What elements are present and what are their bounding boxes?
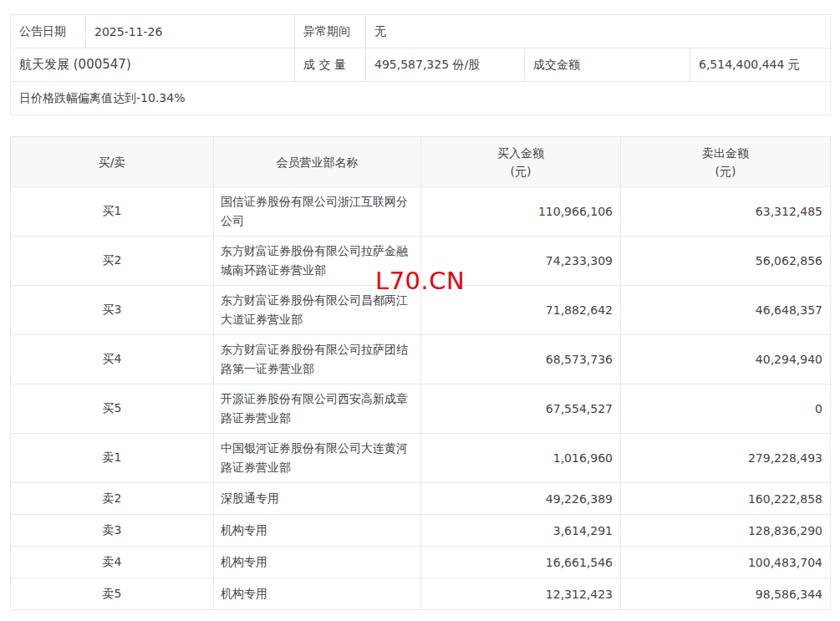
header-branch: 会员营业部名称 [214,137,421,187]
buy-amount-cell: 67,554,527 [421,384,621,434]
turnover-label: 成交金额 [525,48,690,82]
table-row-buy2: 买2 东方财富证券股份有限公司拉萨金融城南环路证券营业部 74,233,309 … [11,237,831,286]
sell-amount-cell: 279,228,493 [621,434,831,483]
branch-cell: 东方财富证券股份有限公司昌都两江大道证券营业部 [214,286,421,335]
sell-amount-cell: 160,222,858 [621,483,831,515]
table-row-sell4: 卖4 机构专用 16,661,546 100,483,704 [11,547,831,578]
rank-cell: 卖1 [11,434,214,483]
sell-amount-cell: 56,062,856 [621,237,831,286]
rank-cell: 买5 [11,384,214,434]
buy-amount-cell: 1,016,960 [421,434,621,483]
stock-title: 航天发展 (000547) [11,48,295,82]
branch-cell: 机构专用 [214,547,421,578]
rank-cell: 买3 [11,286,214,335]
branch-cell: 东方财富证券股份有限公司拉萨团结路第一证券营业部 [214,335,421,384]
stock-summary-table: 公告日期 2025-11-26 异常期间 无 航天发展 (000547) 成 交… [10,14,831,115]
table-row-buy1: 买1 国信证券股份有限公司浙江互联网分公司 110,966,106 63,312… [11,187,831,237]
branch-cell: 国信证券股份有限公司浙江互联网分公司 [214,187,421,237]
branch-cell: 深股通专用 [214,483,421,515]
table-row-buy4: 买4 东方财富证券股份有限公司拉萨团结路第一证券营业部 68,573,736 4… [11,335,831,384]
summary-row-2: 航天发展 (000547) 成 交 量 495,587,325 份/股 成交金额… [11,48,831,82]
sell-amount-cell: 128,836,290 [621,515,831,547]
rank-cell: 卖3 [11,515,214,547]
deviation-note: 日价格跌幅偏离值达到-10.34% [11,82,831,115]
buy-amount-cell: 110,966,106 [421,187,621,237]
volume-label: 成 交 量 [295,48,366,82]
turnover-value: 6,514,400,444 元 [690,48,831,82]
header-buy-amount-line1: 买入金额 [421,144,620,162]
rank-cell: 买4 [11,335,214,384]
sell-amount-cell: 98,586,344 [621,578,831,610]
summary-row-1: 公告日期 2025-11-26 异常期间 无 [11,15,831,48]
table-header-row: 买/卖 会员营业部名称 买入金额 (元) 卖出金额 (元) [11,137,831,187]
rank-cell: 卖5 [11,578,214,610]
branch-cell: 机构专用 [214,578,421,610]
table-row-sell2: 卖2 深股通专用 49,226,389 160,222,858 [11,483,831,515]
branch-cell: 东方财富证券股份有限公司拉萨金融城南环路证券营业部 [214,237,421,286]
sell-amount-cell: 100,483,704 [621,547,831,578]
table-row-buy5: 买5 开源证券股份有限公司西安高新成章路证券营业部 67,554,527 0 [11,384,831,434]
sell-amount-cell: 0 [621,384,831,434]
header-sell-amount-line1: 卖出金额 [621,144,830,162]
sell-amount-cell: 63,312,485 [621,187,831,237]
table-row-sell3: 卖3 机构专用 3,614,291 128,836,290 [11,515,831,547]
table-row-sell5: 卖5 机构专用 12,312,423 98,586,344 [11,578,831,610]
buy-amount-cell: 71,882,642 [421,286,621,335]
table-row-buy3: 买3 东方财富证券股份有限公司昌都两江大道证券营业部 71,882,642 46… [11,286,831,335]
summary-row-3: 日价格跌幅偏离值达到-10.34% [11,82,831,115]
abnormal-period-value: 无 [366,15,831,48]
header-buy-amount-line2: (元) [421,162,620,181]
sell-amount-cell: 40,294,940 [621,335,831,384]
lhb-report-page: 公告日期 2025-11-26 异常期间 无 航天发展 (000547) 成 交… [0,0,840,621]
volume-value: 495,587,325 份/股 [366,48,525,82]
sell-amount-cell: 46,648,357 [621,286,831,335]
buy-amount-cell: 16,661,546 [421,547,621,578]
broker-ranking-table: 买/卖 会员营业部名称 买入金额 (元) 卖出金额 (元) 买1 国信证券股份有… [10,136,831,610]
rank-cell: 卖4 [11,547,214,578]
announce-date-label: 公告日期 [11,15,86,48]
header-sell-amount: 卖出金额 (元) [621,137,831,187]
abnormal-period-label: 异常期间 [295,15,366,48]
buy-amount-cell: 74,233,309 [421,237,621,286]
branch-cell: 中国银河证券股份有限公司大连黄河路证券营业部 [214,434,421,483]
header-sell-amount-line2: (元) [621,162,830,181]
branch-cell: 机构专用 [214,515,421,547]
buy-amount-cell: 12,312,423 [421,578,621,610]
buy-amount-cell: 3,614,291 [421,515,621,547]
rank-cell: 卖2 [11,483,214,515]
rank-cell: 买1 [11,187,214,237]
header-buy-amount: 买入金额 (元) [421,137,621,187]
announce-date-value: 2025-11-26 [86,15,295,48]
buy-amount-cell: 49,226,389 [421,483,621,515]
header-rank: 买/卖 [11,137,214,187]
table-row-sell1: 卖1 中国银河证券股份有限公司大连黄河路证券营业部 1,016,960 279,… [11,434,831,483]
branch-cell: 开源证券股份有限公司西安高新成章路证券营业部 [214,384,421,434]
buy-amount-cell: 68,573,736 [421,335,621,384]
rank-cell: 买2 [11,237,214,286]
